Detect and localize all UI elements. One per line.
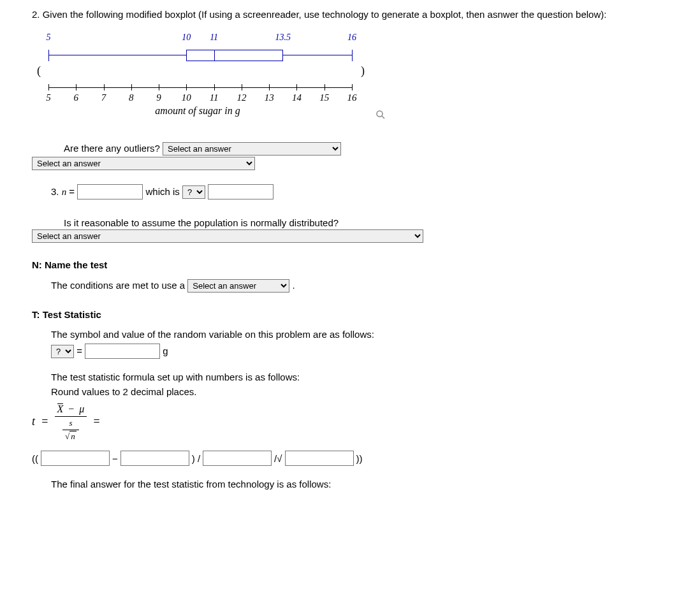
sqrt-n-input[interactable]	[285, 451, 354, 466]
normal-dist-question: Is it reasonable to assume the populatio…	[64, 217, 668, 228]
t-formula-inputs: (( − ) / /√ ))	[32, 451, 668, 466]
axis-tick-label: 7	[101, 92, 106, 103]
t-formula: t = X − μ s √n =	[32, 403, 668, 442]
boxplot-value-label: 13.5	[275, 33, 291, 43]
outliers-select[interactable]: Select an answer	[163, 142, 341, 156]
axis-tick	[296, 84, 297, 91]
section-n-heading: N: Name the test	[32, 259, 668, 270]
axis-tick-label: 14	[292, 92, 302, 103]
boxplot-value-label: 11	[210, 33, 218, 43]
conditions-period: .	[292, 280, 295, 291]
x-axis-title: amount of sugar in g	[26, 105, 370, 117]
rv-symbol-select[interactable]: ?	[51, 345, 74, 358]
axis-tick-label: 6	[74, 92, 79, 103]
axis-tick-label: 11	[210, 92, 219, 103]
mu-input[interactable]	[120, 451, 189, 466]
axis-tick	[269, 84, 270, 91]
q3-label: 3.	[51, 186, 62, 197]
s-input[interactable]	[203, 451, 272, 466]
close-over: ) /	[192, 453, 200, 464]
boxplot-median	[214, 50, 215, 61]
rv-unit: g	[163, 345, 168, 356]
lower-fence-paren: (	[37, 64, 41, 78]
rv-symbol-intro: The symbol and value of the random varia…	[51, 329, 668, 340]
zoom-icon[interactable]	[375, 109, 386, 122]
formula-intro: The test statistic formula set up with n…	[51, 372, 668, 382]
x-axis	[48, 87, 352, 88]
axis-tick	[48, 84, 49, 91]
axis-tick	[324, 84, 325, 91]
axis-tick	[131, 84, 132, 91]
q3-equals: =	[66, 186, 77, 197]
axis-tick-label: 13	[265, 92, 274, 103]
axis-tick	[76, 84, 77, 91]
axis-tick-label: 9	[156, 92, 161, 103]
axis-tick-label: 5	[46, 92, 51, 103]
n-input[interactable]	[77, 184, 143, 199]
q2-prompt: 2. Given the following modified boxplot …	[32, 8, 668, 21]
boxplot-upper-whisker	[283, 55, 352, 55]
axis-tick	[352, 84, 353, 91]
axis-tick	[104, 84, 105, 91]
boxplot-lower-whisker	[48, 55, 186, 55]
test-name-select[interactable]: Select an answer	[187, 279, 289, 293]
axis-tick-label: 8	[129, 92, 134, 103]
final-ts-label: The final answer for the test statistic …	[51, 479, 668, 489]
conditions-label: The conditions are met to use a	[51, 280, 187, 291]
boxplot-whisker-cap	[352, 50, 353, 61]
axis-tick	[159, 84, 159, 91]
boxplot-value-label: 16	[347, 33, 356, 43]
which-is-label: which is	[145, 186, 179, 197]
outliers-fence-select[interactable]: Select an answer	[32, 157, 255, 170]
xbar-input[interactable]	[41, 451, 110, 466]
round-note: Round values to 2 decimal places.	[51, 386, 668, 397]
boxplot: 5101113.516()5678910111213141516amount o…	[38, 27, 383, 123]
normal-dist-select[interactable]: Select an answer	[32, 229, 423, 243]
over-sqrt: /√	[274, 453, 282, 464]
axis-tick	[186, 84, 187, 91]
minus-sign: −	[112, 453, 118, 464]
svg-point-0	[377, 111, 383, 117]
n-threshold-input[interactable]	[208, 184, 273, 199]
boxplot-value-label: 10	[182, 33, 191, 43]
boxplot-whisker-cap	[48, 50, 49, 61]
axis-tick	[242, 84, 242, 91]
boxplot-value-label: 5	[47, 33, 51, 43]
section-t-heading: T: Test Statistic	[32, 309, 668, 320]
axis-tick-label: 12	[237, 92, 246, 103]
outliers-question-label: Are there any outliers?	[64, 143, 160, 154]
paren-close: ))	[356, 453, 363, 464]
upper-fence-paren: )	[361, 64, 365, 78]
svg-line-1	[382, 116, 384, 119]
rv-equals: =	[77, 345, 85, 356]
axis-tick-label: 16	[347, 92, 357, 103]
axis-tick-label: 15	[319, 92, 329, 103]
boxplot-box	[186, 50, 282, 61]
rv-value-input[interactable]	[85, 344, 160, 359]
paren-open: ((	[32, 453, 38, 464]
axis-tick-label: 10	[182, 92, 191, 103]
n-compare-select[interactable]: ?	[182, 185, 205, 199]
axis-tick	[214, 84, 215, 91]
